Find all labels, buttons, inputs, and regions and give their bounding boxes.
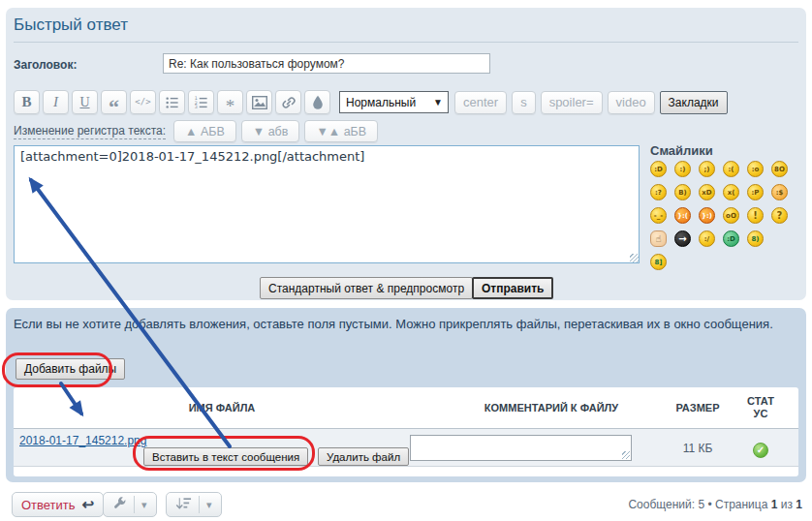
smiley-mad[interactable]: x(: [723, 184, 739, 200]
sort-posts-button[interactable]: ▾: [166, 492, 222, 517]
text-case-tools: Изменение регистра текста: ▲ АБВ▼ абв▼▲ …: [14, 120, 383, 142]
header-file-name: ИМЯ ФАЙЛА: [14, 402, 430, 414]
smiley-thumbsup[interactable]: ☝: [650, 230, 667, 247]
smiley-geek[interactable]: 8): [747, 230, 764, 247]
smiley-evil[interactable]: }:(: [674, 207, 691, 224]
smiley-smirk[interactable]: :/: [699, 230, 715, 247]
topic-pagination-stats: Сообщений: 5 • Страница 1 из 1: [628, 498, 802, 511]
toolbar-icon: [312, 95, 324, 109]
smiley-confused[interactable]: :?: [650, 184, 667, 200]
toolbar-icon: 123: [194, 96, 208, 109]
font-color-button[interactable]: [304, 90, 330, 114]
toolbar-icon: U: [79, 96, 89, 109]
toolbar-icon: B: [21, 95, 31, 109]
smiley-arrow[interactable]: →: [674, 230, 691, 247]
smiley-twisted[interactable]: }:): [699, 207, 715, 224]
current-page-number: 1: [771, 498, 778, 511]
bold-button[interactable]: B: [14, 90, 40, 114]
smiley-neutral[interactable]: -_-: [650, 207, 667, 224]
header-file-size: РАЗМЕР: [672, 402, 723, 414]
smiley-eek[interactable]: 8O: [771, 161, 788, 177]
toolbar-icon: *: [226, 97, 235, 115]
table-row: 2018-01-17_145212.png Вставить в текст с…: [14, 428, 798, 467]
toolbar-icon: I: [53, 95, 58, 109]
attachments-info-text: Если вы не хотите добавлять вложения, ос…: [14, 315, 777, 334]
toolbar-icon: [252, 96, 267, 109]
chevron-down-icon: ▾: [206, 499, 212, 511]
italic-button[interactable]: I: [43, 90, 69, 114]
button-divider: [134, 496, 135, 513]
asterisk-list-item-button[interactable]: *: [217, 90, 243, 114]
smiley-razz[interactable]: :P: [747, 184, 764, 200]
bullet-list-button[interactable]: [159, 90, 185, 114]
subject-input[interactable]: [163, 53, 490, 74]
smiley-biggrin[interactable]: :D: [650, 161, 667, 177]
quote-button[interactable]: “: [101, 90, 127, 114]
code-button[interactable]: </>: [130, 90, 156, 114]
font-size-value: Нормальный: [346, 96, 416, 109]
header-file-comment: КОММЕНТАРИЙ К ФАЙЛУ: [430, 402, 672, 414]
delete-file-button[interactable]: Удалить файл: [318, 447, 409, 466]
smiley-wink[interactable]: ;): [699, 161, 715, 177]
reply-button[interactable]: Ответить ↩: [12, 492, 104, 517]
video-button[interactable]: video: [608, 91, 655, 114]
file-size: 11 КБ: [672, 442, 723, 455]
smiley-cool[interactable]: B): [674, 184, 691, 200]
topic-tools-button[interactable]: ▾: [103, 492, 157, 517]
smiley-ugeek[interactable]: 8]: [650, 254, 667, 270]
wrench-icon: [112, 496, 127, 513]
preview-button[interactable]: Стандартный ответ & предпросмотр: [260, 277, 473, 299]
page-title: Быстрый ответ: [14, 15, 128, 35]
toolbar-icon: “: [109, 97, 119, 118]
insert-into-message-button[interactable]: Вставить в текст сообщения: [143, 447, 308, 466]
status-ok-icon: ✓: [753, 443, 768, 458]
select-arrow-icon: ▼: [433, 97, 443, 107]
smiley-oops[interactable]: :$: [771, 184, 788, 200]
center-button[interactable]: center: [454, 91, 507, 114]
file-comment-input[interactable]: [410, 435, 632, 461]
smiley-sad[interactable]: :(: [723, 161, 739, 177]
ordered-list-button[interactable]: 123: [188, 90, 214, 114]
uppercase-button[interactable]: ▲ АБВ: [173, 120, 236, 142]
comment-resize-handle[interactable]: [622, 451, 630, 459]
smilies-grid: :D:);):(:o8O:?B)xDx(:P:$-_-}:(}:)oO!?☝→:…: [650, 161, 800, 277]
toolbar-icon: </>: [135, 98, 150, 107]
textarea-resize-handle[interactable]: [630, 254, 639, 262]
insert-link-button[interactable]: [275, 90, 301, 114]
toolbar-icon: [165, 96, 179, 109]
smiley-mrgreen[interactable]: :D: [723, 230, 739, 247]
lowercase-button[interactable]: ▼ абв: [241, 120, 300, 142]
submit-button[interactable]: Отправить: [472, 277, 553, 299]
bbcode-toolbar: B I U “ </> 123 *: [14, 90, 728, 114]
strikethrough-button[interactable]: s: [512, 91, 536, 114]
forum-quick-reply-page: Быстрый ответ Заголовок: B I U “ </>: [0, 0, 812, 521]
files-table-header: ИМЯ ФАЙЛА КОММЕНТАРИЙ К ФАЙЛУ РАЗМЕР СТА…: [14, 387, 798, 428]
title-divider: [14, 42, 798, 43]
bookmarks-button[interactable]: Закладки: [660, 91, 728, 114]
spoiler-button[interactable]: spoiler=: [541, 91, 603, 114]
reply-arrow-icon: ↩: [82, 496, 95, 513]
svg-text:3: 3: [195, 105, 198, 109]
chevron-down-icon: ▾: [141, 499, 147, 511]
total-pages-number: 1: [796, 498, 802, 511]
smiley-surprised[interactable]: :o: [747, 161, 764, 177]
smilies-title: Смайлики: [650, 143, 713, 158]
attached-file-link[interactable]: 2018-01-17_145212.png: [19, 434, 146, 447]
add-files-button[interactable]: Добавить файлы: [16, 358, 125, 380]
smiley-smile[interactable]: :): [674, 161, 691, 177]
button-divider: [199, 496, 200, 513]
smiley-exclaim[interactable]: !: [747, 207, 764, 224]
font-size-select[interactable]: Нормальный ▼: [339, 91, 449, 113]
smiley-lol[interactable]: xD: [699, 184, 715, 200]
smiley-question[interactable]: ?: [771, 207, 788, 224]
togglecase-button[interactable]: ▼▲ аБВ: [304, 120, 378, 142]
insert-image-button[interactable]: [246, 90, 272, 114]
underline-button[interactable]: U: [72, 90, 98, 114]
text-case-label: Изменение регистра текста:: [14, 124, 166, 139]
smiley-rolleyes[interactable]: oO: [723, 207, 739, 224]
attached-files-table: ИМЯ ФАЙЛА КОММЕНТАРИЙ К ФАЙЛУ РАЗМЕР СТА…: [14, 387, 798, 476]
message-textarea[interactable]: [attachment=0]2018-01-17_145212.png[/att…: [14, 145, 640, 263]
attachments-panel: Если вы не хотите добавлять вложения, ос…: [6, 308, 806, 482]
toolbar-icon: [281, 95, 297, 110]
sort-icon: [175, 497, 192, 513]
